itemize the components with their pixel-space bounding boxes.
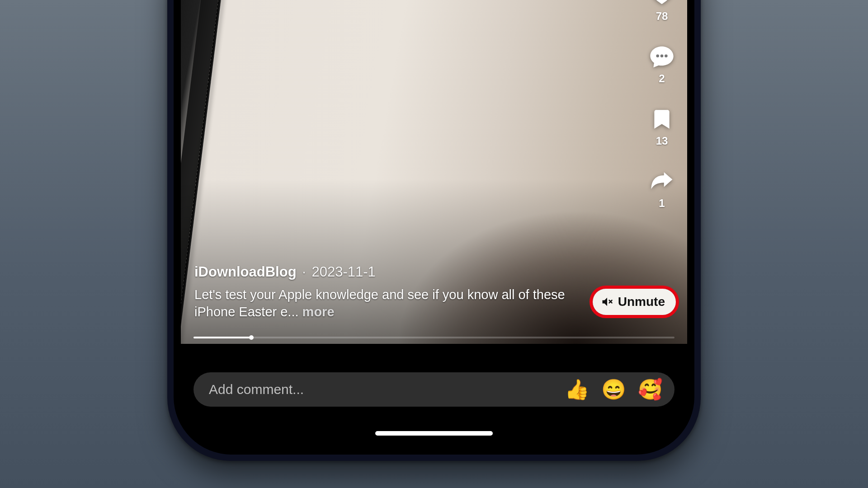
like-count: 78 bbox=[656, 10, 668, 23]
bookmark-button[interactable]: 13 bbox=[651, 107, 673, 147]
home-indicator[interactable] bbox=[375, 431, 493, 436]
unmute-label: Unmute bbox=[618, 295, 665, 309]
bookmark-count: 13 bbox=[656, 135, 668, 147]
like-button[interactable]: 78 bbox=[649, 0, 675, 23]
share-icon bbox=[649, 169, 675, 194]
comment-count: 2 bbox=[659, 72, 665, 85]
caption-text: Let's test your Apple knowledge and see … bbox=[194, 287, 565, 319]
svg-point-0 bbox=[656, 54, 659, 57]
bookmark-icon bbox=[651, 107, 673, 132]
emoji-hearts[interactable]: 🥰 bbox=[638, 378, 663, 401]
more-button[interactable]: more bbox=[302, 305, 335, 319]
phone-frame: 78 2 13 1 iDownloadBlog · bbox=[167, 0, 701, 461]
screen: 78 2 13 1 iDownloadBlog · bbox=[181, 0, 687, 447]
comment-bar: 👍 😄 🥰 bbox=[193, 372, 675, 407]
caption: Let's test your Apple knowledge and see … bbox=[194, 286, 592, 320]
svg-point-2 bbox=[665, 54, 668, 57]
phone-bezel: 78 2 13 1 iDownloadBlog · bbox=[174, 0, 694, 455]
post-info: iDownloadBlog · 2023-11-1 Let's test you… bbox=[194, 264, 592, 320]
share-count: 1 bbox=[659, 197, 665, 210]
comment-input[interactable] bbox=[209, 382, 565, 397]
post-date: 2023-11-1 bbox=[311, 264, 375, 280]
comment-button[interactable]: 2 bbox=[649, 44, 675, 85]
progress-fill bbox=[193, 337, 251, 338]
speaker-muted-icon bbox=[601, 296, 613, 308]
emoji-grin[interactable]: 😄 bbox=[601, 378, 626, 401]
separator-dot: · bbox=[302, 264, 306, 280]
action-rail: 78 2 13 1 bbox=[649, 0, 675, 210]
svg-point-1 bbox=[660, 54, 664, 57]
comment-icon bbox=[649, 44, 675, 70]
quick-emojis: 👍 😄 🥰 bbox=[565, 378, 663, 401]
heart-icon bbox=[649, 0, 675, 7]
unmute-button[interactable]: Unmute bbox=[593, 289, 676, 315]
unmute-highlight: Unmute bbox=[590, 286, 679, 318]
emoji-thumbs-up[interactable]: 👍 bbox=[565, 378, 590, 401]
share-button[interactable]: 1 bbox=[649, 169, 675, 210]
author-name[interactable]: iDownloadBlog bbox=[194, 264, 297, 280]
progress-bar[interactable] bbox=[193, 337, 675, 338]
